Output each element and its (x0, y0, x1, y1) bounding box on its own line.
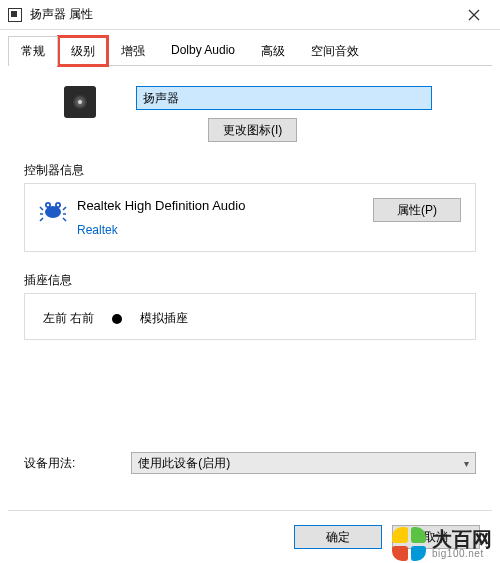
controller-vendor: Realtek (77, 223, 373, 237)
tab-enhance[interactable]: 增强 (108, 36, 158, 66)
change-icon-button[interactable]: 更改图标(I) (208, 118, 297, 142)
device-usage-selected: 使用此设备(启用) (138, 455, 230, 472)
close-icon (468, 9, 480, 21)
tab-dolby[interactable]: Dolby Audio (158, 36, 248, 66)
controller-group-label: 控制器信息 (24, 162, 476, 179)
device-usage-label: 设备用法: (24, 455, 75, 472)
controller-groupbox: Realtek High Definition Audio Realtek 属性… (24, 183, 476, 252)
jack-color-dot (112, 314, 122, 324)
device-usage-row: 设备用法: 使用此设备(启用) ▾ (24, 452, 476, 474)
speaker-icon (64, 86, 96, 118)
tab-advanced[interactable]: 高级 (248, 36, 298, 66)
device-usage-combobox[interactable]: 使用此设备(启用) ▾ (131, 452, 476, 474)
controller-name: Realtek High Definition Audio (77, 198, 373, 213)
svg-point-5 (47, 204, 49, 206)
watermark-url: big100.net (432, 549, 492, 559)
watermark-logo-icon (392, 527, 426, 561)
tab-spatial[interactable]: 空间音效 (298, 36, 372, 66)
tab-content-general: 更改图标(I) 控制器信息 Realtek High Definition Au… (0, 66, 500, 482)
tab-levels[interactable]: 级别 (58, 36, 108, 66)
app-icon (8, 8, 22, 22)
title-bar: 扬声器 属性 (0, 0, 500, 30)
device-header-row: 更改图标(I) (64, 86, 476, 142)
jack-position: 左前 右前 (43, 310, 94, 327)
controller-properties-button[interactable]: 属性(P) (373, 198, 461, 222)
svg-point-6 (57, 204, 59, 206)
watermark: 大百网 big100.net (392, 527, 492, 561)
jack-type: 模拟插座 (140, 310, 188, 327)
footer-separator (8, 510, 492, 511)
jack-group-label: 插座信息 (24, 272, 476, 289)
tab-strip: 常规 级别 增强 Dolby Audio 高级 空间音效 (0, 34, 500, 66)
tab-general[interactable]: 常规 (8, 36, 58, 66)
device-name-input[interactable] (136, 86, 432, 110)
window-title: 扬声器 属性 (30, 6, 452, 23)
chevron-down-icon: ▾ (464, 458, 469, 469)
watermark-brand: 大百网 (432, 529, 492, 549)
jack-groupbox: 左前 右前 模拟插座 (24, 293, 476, 340)
realtek-crab-icon (39, 198, 67, 222)
ok-button[interactable]: 确定 (294, 525, 382, 549)
close-button[interactable] (452, 1, 496, 29)
